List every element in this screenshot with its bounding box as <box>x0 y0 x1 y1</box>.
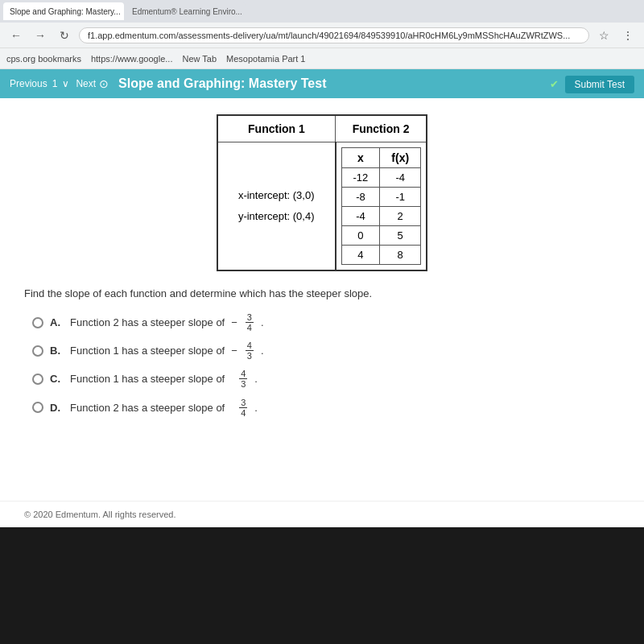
fx-value: 5 <box>380 226 421 246</box>
footer: © 2020 Edmentum. All rights reserved. <box>0 501 644 527</box>
table-row: -42 <box>341 207 421 226</box>
tab-slope-graphing[interactable]: Slope and Graphing: Mastery... ✕ <box>3 2 124 20</box>
neg-sign: − <box>231 316 237 328</box>
bookmark-google[interactable]: https://www.google... <box>91 54 173 64</box>
radio-d[interactable] <box>32 402 43 413</box>
page-title: Slope and Graphing: Mastery Test <box>118 76 540 91</box>
numerator: 4 <box>246 341 254 351</box>
period: . <box>254 373 258 385</box>
fx-value: -4 <box>380 168 421 188</box>
address-bar: ← → ↻ f1.app.edmentum.com/assessments-de… <box>0 23 644 48</box>
table-row: -12-4 <box>341 168 421 188</box>
bookmark-mesopotamia[interactable]: Mesopotamia Part 1 <box>226 54 305 64</box>
col-fx-header: f(x) <box>380 148 421 168</box>
browser-chrome: Slope and Graphing: Mastery... ✕ Edmentu… <box>0 0 644 69</box>
tab-close-icon[interactable]: ✕ <box>246 7 246 16</box>
choice-d[interactable]: D.Function 2 has a steeper slope of 34. <box>32 398 620 418</box>
fx-value: 2 <box>380 207 421 226</box>
forward-button[interactable]: → <box>31 26 50 45</box>
x-value: 0 <box>341 226 380 246</box>
nav-area: Previous 1 ∨ Next ⊙ <box>10 77 109 90</box>
bookmark-icon[interactable]: ☆ <box>594 26 613 45</box>
main-content: Function 1 Function 2 x-intercept: (3,0)… <box>0 98 644 501</box>
tab-label: Edmentum® Learning Enviro... <box>132 7 242 16</box>
tab-label: Slope and Graphing: Mastery... <box>10 7 121 16</box>
xintercept-label: x-intercept: (3,0) <box>238 185 315 206</box>
settings-icon[interactable]: ⋮ <box>618 26 638 45</box>
choice-letter: B. <box>50 345 60 357</box>
choice-letter: C. <box>50 373 60 385</box>
previous-button[interactable]: Previous <box>10 78 47 89</box>
function1-data: x-intercept: (3,0) y-intercept: (0,4) <box>217 142 336 271</box>
functions-table-container: Function 1 Function 2 x-intercept: (3,0)… <box>153 114 491 271</box>
numerator: 3 <box>239 398 247 408</box>
x-value: -8 <box>341 188 380 207</box>
bookmark-newtab[interactable]: New Tab <box>182 54 217 64</box>
question-text: Find the slope of each function and dete… <box>24 287 620 299</box>
period: . <box>261 316 264 328</box>
radio-c[interactable] <box>32 374 43 385</box>
table-row: 05 <box>341 226 421 246</box>
denominator: 4 <box>246 323 254 332</box>
fraction: 34 <box>239 398 247 418</box>
choice-letter: A. <box>50 316 60 328</box>
table-row: 48 <box>341 246 421 265</box>
radio-a[interactable] <box>32 317 43 328</box>
choice-c[interactable]: C.Function 1 has a steeper slope of 43. <box>32 369 620 389</box>
question-number: 1 <box>52 78 58 89</box>
nav-chevron: ∨ <box>62 78 69 89</box>
function2-data: x f(x) -12-4-8-1-420548 <box>336 142 427 271</box>
submit-label[interactable]: Submit Test <box>565 76 634 93</box>
function2-header: Function 2 <box>336 115 427 142</box>
app-header: Previous 1 ∨ Next ⊙ Slope and Graphing: … <box>0 69 644 98</box>
denominator: 4 <box>239 408 247 418</box>
x-value: -4 <box>341 207 380 226</box>
choice-a[interactable]: A.Function 2 has a steeper slope of −34. <box>32 312 620 332</box>
url-bar[interactable]: f1.app.edmentum.com/assessments-delivery… <box>79 27 589 43</box>
tab-edmentum[interactable]: Edmentum® Learning Enviro... ✕ <box>126 2 246 20</box>
denominator: 3 <box>246 351 254 361</box>
x-value: -12 <box>341 168 380 188</box>
col-x-header: x <box>341 148 380 168</box>
choice-text: Function 2 has a steeper slope of <box>70 402 225 414</box>
neg-sign: − <box>231 345 237 357</box>
period: . <box>254 402 258 414</box>
back-button[interactable]: ← <box>6 26 26 45</box>
choice-letter: D. <box>50 402 60 414</box>
denominator: 3 <box>239 379 247 389</box>
bookmarks-bar: cps.org bookmarks https://www.google... … <box>0 48 644 69</box>
numerator: 3 <box>246 312 254 323</box>
period: . <box>261 345 264 357</box>
x-value: 4 <box>341 246 380 265</box>
numerator: 4 <box>239 369 247 379</box>
next-button[interactable]: Next <box>76 78 96 89</box>
check-icon: ✔ <box>550 78 559 90</box>
copyright-text: © 2020 Edmentum. All rights reserved. <box>24 510 175 519</box>
fx-value: -1 <box>380 188 421 207</box>
answer-choices: A.Function 2 has a steeper slope of −34.… <box>24 312 620 418</box>
reload-button[interactable]: ↻ <box>55 26 74 45</box>
choice-text: Function 1 has a steeper slope of <box>70 345 225 357</box>
choice-text: Function 2 has a steeper slope of <box>70 316 225 328</box>
fraction: 43 <box>239 369 247 389</box>
function1-header: Function 1 <box>217 115 336 142</box>
choice-b[interactable]: B.Function 1 has a steeper slope of −43. <box>32 341 620 361</box>
functions-table: Function 1 Function 2 x-intercept: (3,0)… <box>217 114 427 271</box>
bookmark-cps[interactable]: cps.org bookmarks <box>6 54 81 64</box>
choice-text: Function 1 has a steeper slope of <box>70 373 225 385</box>
radio-b[interactable] <box>32 345 43 357</box>
dark-bottom-area <box>0 527 644 644</box>
fraction: 34 <box>246 312 254 332</box>
fx-value: 8 <box>380 246 421 265</box>
yintercept-label: y-intercept: (0,4) <box>238 206 315 227</box>
function2-inner-table: x f(x) -12-4-8-1-420548 <box>341 147 422 265</box>
submit-test-button[interactable]: ✔ Submit Test <box>550 78 634 90</box>
tab-bar: Slope and Graphing: Mastery... ✕ Edmentu… <box>0 0 644 23</box>
table-row: -8-1 <box>341 188 421 207</box>
fraction: 43 <box>246 341 254 361</box>
next-icon: ⊙ <box>99 77 109 90</box>
